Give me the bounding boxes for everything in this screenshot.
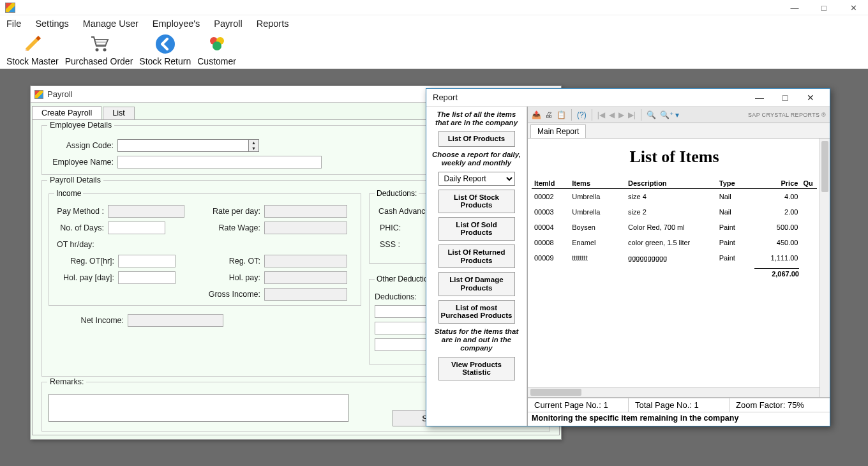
search-icon[interactable]: 🔍 xyxy=(647,110,656,119)
employee-name-input[interactable] xyxy=(117,156,322,169)
tab-create-payroll[interactable]: Create Payroll xyxy=(32,106,101,120)
zoom-icon[interactable]: 🔍⁺ ▾ xyxy=(660,110,679,119)
svg-point-8 xyxy=(213,41,221,50)
first-page-icon[interactable]: |◀ xyxy=(597,110,605,119)
report-close-button[interactable]: ✕ xyxy=(798,93,823,103)
employee-details-legend: Employee Details xyxy=(47,121,114,130)
view-statistic-button[interactable]: View Products Statistic xyxy=(438,357,515,380)
list-of-products-button[interactable]: List Of Products xyxy=(438,131,515,147)
toolbar-stock-return[interactable]: Stock Return xyxy=(139,33,191,66)
toolbar-purchased-order[interactable]: Purchased Order xyxy=(65,33,133,66)
rate-wage-field xyxy=(264,222,347,234)
gross-income-label: Gross Income: xyxy=(207,290,264,299)
viewer-toolbar: 📤 🖨 📋 (?) |◀ ◀ ▶ ▶| 🔍 🔍⁺ ▾ SAP CRYSTAL R… xyxy=(528,107,830,123)
menu-payroll[interactable]: Payroll xyxy=(214,19,242,29)
app-icon xyxy=(5,3,15,13)
close-button[interactable]: ✕ xyxy=(839,0,868,15)
payroll-title-text: Payroll xyxy=(47,89,73,99)
table-row: 00003Umbrellasize 2Nail2.00 xyxy=(532,204,817,220)
last-page-icon[interactable]: ▶| xyxy=(628,110,636,119)
list-stock-button[interactable]: List Of Stock Products xyxy=(438,190,515,213)
menu-file[interactable]: File xyxy=(6,19,21,29)
list-returned-button[interactable]: List Of Returned Products xyxy=(438,244,515,268)
people-icon xyxy=(206,33,228,55)
main-report-tab[interactable]: Main Report xyxy=(530,124,586,138)
svg-point-5 xyxy=(156,34,175,54)
prev-page-icon[interactable]: ◀ xyxy=(609,110,615,119)
vertical-scrollbar[interactable] xyxy=(819,139,830,397)
col-price: Price xyxy=(759,178,801,189)
toolbar-customer[interactable]: Customer xyxy=(197,33,236,66)
payroll-details-legend: Payroll Details xyxy=(47,176,103,184)
remarks-textarea[interactable] xyxy=(49,394,348,422)
list-sold-button[interactable]: List Of Sold Products xyxy=(438,217,515,241)
cart-icon xyxy=(88,33,110,55)
toolbar: Stock Master Purchased Order Stock Retur… xyxy=(0,32,868,69)
report-titlebar[interactable]: Report — □ ✕ xyxy=(426,89,830,107)
crystal-viewer: 📤 🖨 📋 (?) |◀ ◀ ▶ ▶| 🔍 🔍⁺ ▾ SAP CRYSTAL R… xyxy=(527,107,830,426)
table-row: 00002Umbrellasize 4Nail4.00 xyxy=(532,189,817,205)
net-income-row: Net Income: xyxy=(68,312,223,329)
window-controls: — □ ✕ xyxy=(780,0,868,15)
income-group: Income Pay Method : No. of Days: OT hr/d… xyxy=(49,193,361,306)
assign-code-label: Assign Code: xyxy=(49,141,117,150)
list-most-purchased-button[interactable]: List of most Purchased Products xyxy=(438,300,515,324)
svg-marker-0 xyxy=(26,38,38,51)
list-damage-button[interactable]: List Of Damage Products xyxy=(438,272,515,296)
copy-icon[interactable]: 📋 xyxy=(557,110,566,119)
toolbar-label: Stock Master xyxy=(6,56,59,66)
toolbar-stock-master[interactable]: Stock Master xyxy=(6,33,59,66)
report-title-text: Report xyxy=(433,93,458,102)
side-text-2: Choose a report for daily, weekly and mo… xyxy=(430,151,523,167)
hol-pay-label: Hol. pay: xyxy=(207,273,264,282)
menu-settings[interactable]: Settings xyxy=(35,19,68,29)
period-select[interactable]: Daily Report xyxy=(438,172,515,186)
status-total-page: Total Page No.: 1 xyxy=(629,398,730,412)
pay-method-field xyxy=(108,205,184,218)
report-table: ItemId Items Description Type Price Qu 0… xyxy=(532,178,817,266)
income-legend: Income xyxy=(54,189,83,198)
deductions-legend: Deductions: xyxy=(375,189,419,198)
report-window: Report — □ ✕ The list of all the items t… xyxy=(426,88,830,426)
svg-point-3 xyxy=(96,48,99,51)
assign-code-input[interactable]: ▲▼ xyxy=(117,139,259,152)
hol-pay-day-input[interactable] xyxy=(118,271,176,284)
maximize-button[interactable]: □ xyxy=(809,0,839,15)
no-days-input[interactable] xyxy=(108,222,165,234)
tab-list[interactable]: List xyxy=(103,107,134,121)
app-icon xyxy=(34,90,43,99)
horizontal-scrollbar[interactable] xyxy=(528,387,819,397)
next-page-icon[interactable]: ▶ xyxy=(618,110,624,119)
report-minimize-button[interactable]: — xyxy=(747,93,772,103)
main-titlebar xyxy=(0,0,868,15)
side-text-1: The list of all the items that are in th… xyxy=(430,110,523,127)
viewer-statusbar: Current Page No.: 1 Total Page No.: 1 Zo… xyxy=(528,398,830,412)
export-icon[interactable]: 📤 xyxy=(532,110,541,119)
menu-manage-user[interactable]: Manage User xyxy=(83,19,138,29)
pay-method-label: Pay Method : xyxy=(54,207,108,216)
col-itemid: ItemId xyxy=(532,178,569,189)
reg-ot-label: Reg. OT: xyxy=(207,257,264,266)
employee-name-label: Employee Name: xyxy=(49,158,117,167)
report-side-panel: The list of all the items that are in th… xyxy=(426,107,527,426)
refresh-icon[interactable]: (?) xyxy=(577,110,587,119)
table-row: 00004BoysenColor Red, 700 mlPaint500.00 xyxy=(532,220,817,235)
rate-per-day-field xyxy=(264,205,347,218)
remarks-legend: Remarks: xyxy=(47,377,86,386)
col-items: Items xyxy=(569,178,625,189)
print-icon[interactable]: 🖨 xyxy=(545,110,553,119)
deductions-label: Deductions: xyxy=(375,292,419,301)
col-type: Type xyxy=(717,178,759,189)
spinner-down-icon[interactable]: ▼ xyxy=(249,146,258,151)
report-maximize-button[interactable]: □ xyxy=(772,93,798,103)
report-heading: List of Items xyxy=(532,147,817,167)
back-arrow-icon xyxy=(154,33,176,55)
menu-employees[interactable]: Employee's xyxy=(153,19,200,29)
spinner-up-icon[interactable]: ▲ xyxy=(249,140,258,146)
rate-per-day-label: Rate per day: xyxy=(207,207,264,216)
no-days-label: No. of Days: xyxy=(54,223,108,232)
reg-ot-hr-input[interactable] xyxy=(118,255,176,267)
menu-reports[interactable]: Reports xyxy=(257,19,289,29)
minimize-button[interactable]: — xyxy=(780,0,809,15)
reg-ot-field xyxy=(264,255,347,267)
